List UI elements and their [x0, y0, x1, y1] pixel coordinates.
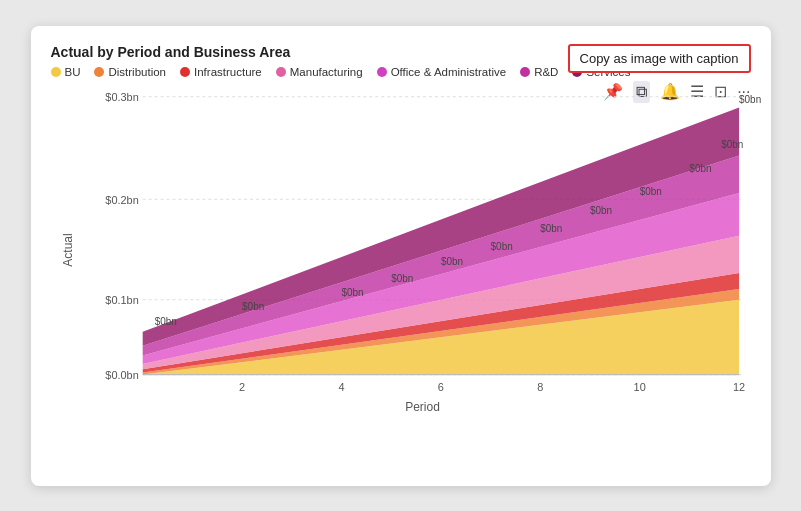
svg-text:2: 2: [239, 380, 245, 392]
legend-label-manufacturing: Manufacturing: [290, 66, 363, 78]
chart-plot-area: $0.3bn $0.2bn $0.1bn $0.0bn: [95, 86, 751, 396]
svg-text:$0bn: $0bn: [639, 185, 661, 196]
legend-dot-distribution: [94, 67, 104, 77]
legend-label-distribution: Distribution: [108, 66, 166, 78]
legend-item-rd: R&D: [520, 66, 558, 78]
svg-text:$0bn: $0bn: [490, 240, 512, 251]
svg-text:8: 8: [537, 380, 543, 392]
svg-text:$0bn: $0bn: [739, 93, 761, 104]
svg-text:$0.2bn: $0.2bn: [105, 193, 138, 205]
svg-text:$0bn: $0bn: [341, 286, 363, 297]
svg-text:$0bn: $0bn: [721, 138, 743, 149]
legend-item-distribution: Distribution: [94, 66, 166, 78]
legend-item-office: Office & Administrative: [377, 66, 506, 78]
svg-text:4: 4: [338, 380, 344, 392]
legend-label-rd: R&D: [534, 66, 558, 78]
chart-card: Copy as image with caption Actual by Per…: [31, 26, 771, 486]
svg-text:$0bn: $0bn: [689, 162, 711, 173]
svg-text:$0bn: $0bn: [440, 255, 462, 266]
x-axis-title: Period: [95, 400, 751, 414]
svg-text:6: 6: [437, 380, 443, 392]
legend-dot-office: [377, 67, 387, 77]
tooltip-label: Copy as image with caption: [580, 51, 739, 66]
svg-text:$0.3bn: $0.3bn: [105, 90, 138, 102]
legend-item-bu: BU: [51, 66, 81, 78]
svg-text:$0bn: $0bn: [540, 223, 562, 234]
legend-dot-bu: [51, 67, 61, 77]
legend-label-office: Office & Administrative: [391, 66, 506, 78]
legend-item-infrastructure: Infrastructure: [180, 66, 262, 78]
svg-text:12: 12: [732, 380, 744, 392]
svg-text:$0bn: $0bn: [242, 301, 264, 312]
legend-dot-manufacturing: [276, 67, 286, 77]
svg-text:$0bn: $0bn: [154, 316, 176, 327]
svg-text:$0.1bn: $0.1bn: [105, 293, 138, 305]
legend-item-manufacturing: Manufacturing: [276, 66, 363, 78]
svg-text:$0bn: $0bn: [391, 272, 413, 283]
svg-text:$0bn: $0bn: [589, 204, 611, 215]
legend-label-bu: BU: [65, 66, 81, 78]
legend-label-infrastructure: Infrastructure: [194, 66, 262, 78]
y-axis-title: Actual: [60, 233, 74, 266]
svg-text:$0.0bn: $0.0bn: [105, 368, 138, 380]
copy-caption-tooltip[interactable]: Copy as image with caption: [568, 44, 751, 73]
area-chart-svg: $0.3bn $0.2bn $0.1bn $0.0bn: [95, 86, 751, 396]
legend-dot-rd: [520, 67, 530, 77]
svg-text:10: 10: [633, 380, 645, 392]
legend-dot-infrastructure: [180, 67, 190, 77]
